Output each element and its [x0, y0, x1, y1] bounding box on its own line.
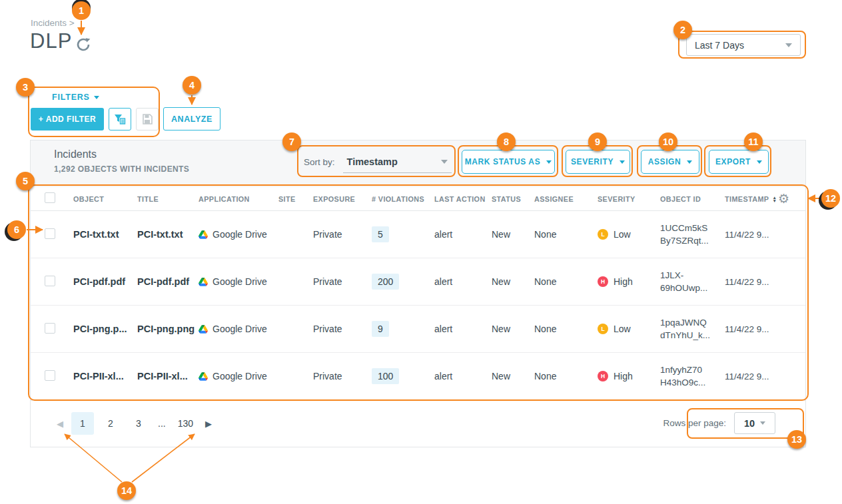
cell-status: New: [492, 276, 534, 287]
export-button[interactable]: EXPORT: [709, 150, 769, 174]
row-checkbox[interactable]: [45, 228, 55, 239]
callout-badge-4: 4: [183, 76, 201, 95]
chevron-down-icon: [94, 96, 99, 99]
assign-button[interactable]: ASSIGN: [641, 150, 699, 174]
severity-high-icon: H: [598, 371, 608, 381]
select-all-checkbox[interactable]: [45, 192, 55, 203]
table-row[interactable]: PCI-PII-xl... PCI-PII-xl... Google Drive…: [31, 353, 805, 400]
severity-low-icon: L: [598, 324, 608, 334]
cell-assignee: None: [534, 371, 598, 381]
severity-high-icon: H: [598, 276, 608, 287]
cell-title: PCI-txt.txt: [137, 229, 199, 240]
panel-title: Incidents: [54, 148, 97, 160]
cell-object[interactable]: PCI-txt.txt: [73, 229, 137, 240]
cell-application: Google Drive: [199, 276, 278, 287]
page-ellipsis: ...: [155, 418, 169, 429]
cell-status: New: [492, 229, 534, 240]
sort-by-select[interactable]: Timestamp: [343, 151, 452, 173]
analyze-button[interactable]: ANALYZE: [163, 107, 220, 130]
filter-list-button[interactable]: [109, 108, 131, 130]
pagination: ◀ 1 2 3 ... 130 ▶: [54, 412, 214, 435]
refresh-icon[interactable]: [75, 36, 92, 53]
violations-badge[interactable]: 100: [372, 368, 399, 384]
col-last-action: LAST ACTION: [434, 195, 492, 203]
col-object-id: OBJECT ID: [660, 195, 725, 203]
col-site: SITE: [278, 195, 313, 203]
row-checkbox[interactable]: [45, 276, 55, 286]
chevron-down-icon: [757, 160, 762, 164]
cell-timestamp: 11/4/22 9...: [725, 230, 778, 240]
filter-list-icon: [114, 114, 126, 125]
time-range-select[interactable]: Last 7 Days: [686, 34, 801, 56]
callout-badge-12: 12: [821, 189, 840, 208]
chevron-down-icon: [546, 160, 552, 164]
rows-per-page-label: Rows per page:: [663, 418, 726, 428]
violations-badge[interactable]: 9: [372, 321, 389, 337]
row-checkbox[interactable]: [45, 323, 55, 334]
cell-exposure: Private: [313, 229, 372, 240]
page-button-3[interactable]: 3: [127, 412, 150, 435]
cell-severity: H High: [598, 371, 660, 381]
cell-object-id: 1UCCm5kSBy7SZRqt...: [660, 222, 725, 247]
cell-title: PCI-pdf.pdf: [137, 276, 199, 287]
cell-status: New: [492, 324, 534, 334]
cell-exposure: Private: [313, 324, 372, 334]
cell-exposure: Private: [313, 371, 372, 381]
next-page-icon[interactable]: ▶: [203, 419, 214, 429]
col-exposure: EXPOSURE: [313, 195, 372, 203]
col-object: OBJECT: [73, 195, 137, 203]
callout-badge-1: 1: [72, 1, 91, 20]
panel-footer: ◀ 1 2 3 ... 130 ▶ Rows per page: 10: [31, 400, 805, 447]
cell-timestamp: 11/4/22 9...: [725, 372, 778, 381]
cell-application: Google Drive: [199, 371, 278, 381]
page-button-130[interactable]: 130: [174, 412, 197, 435]
table-row[interactable]: PCI-pdf.pdf PCI-pdf.pdf Google Drive Pri…: [31, 258, 805, 306]
cell-exposure: Private: [313, 276, 372, 287]
chevron-down-icon: [687, 160, 692, 164]
cell-last-action: alert: [434, 276, 492, 287]
page-button-2[interactable]: 2: [99, 412, 122, 435]
sort-arrows-icon: ▲▼: [772, 196, 777, 202]
time-range-value: Last 7 Days: [695, 40, 744, 51]
add-filter-button[interactable]: + ADD FILTER: [31, 108, 104, 130]
cell-timestamp: 11/4/22 9...: [725, 277, 778, 287]
cell-severity: L Low: [598, 324, 660, 334]
cell-last-action: alert: [434, 324, 492, 334]
cell-last-action: alert: [434, 371, 492, 381]
callout-badge-6: 6: [7, 220, 26, 239]
col-timestamp[interactable]: TIMESTAMP ▲▼: [725, 195, 778, 203]
cell-severity: L Low: [598, 229, 660, 240]
table-row[interactable]: PCI-png.p... PCI-png.png Google Drive Pr…: [31, 306, 805, 353]
violations-badge[interactable]: 200: [372, 274, 399, 290]
incident-count: 1,292 OBJECTS WITH INCIDENTS: [54, 164, 189, 174]
cell-assignee: None: [534, 324, 598, 334]
row-checkbox[interactable]: [45, 370, 55, 381]
violations-badge[interactable]: 5: [372, 226, 389, 242]
filters-toggle[interactable]: FILTERS: [52, 93, 99, 102]
google-drive-icon: [199, 372, 208, 381]
rows-per-page-select[interactable]: 10: [734, 412, 775, 434]
chevron-down-icon: [441, 160, 448, 164]
cell-application: Google Drive: [199, 229, 278, 240]
page-button-1[interactable]: 1: [71, 412, 94, 435]
table-row[interactable]: PCI-txt.txt PCI-txt.txt Google Drive Pri…: [31, 211, 805, 258]
cell-object[interactable]: PCI-pdf.pdf: [73, 276, 137, 287]
cell-object[interactable]: PCI-png.p...: [73, 324, 137, 334]
callout-badge-14: 14: [117, 481, 136, 500]
chevron-down-icon: [760, 421, 765, 425]
cell-severity: H High: [598, 276, 660, 287]
cell-timestamp: 11/4/22 9...: [725, 324, 778, 334]
mark-status-as-button[interactable]: MARK STATUS AS: [462, 150, 555, 174]
cell-last-action: alert: [434, 229, 492, 240]
cell-status: New: [492, 371, 534, 381]
prev-page-icon[interactable]: ◀: [54, 419, 66, 429]
breadcrumb[interactable]: Incidents >: [31, 18, 75, 28]
save-filter-button[interactable]: [136, 108, 159, 130]
severity-button[interactable]: SEVERITY: [566, 150, 630, 174]
cell-title: PCI-png.png: [137, 324, 199, 334]
table-header-row: OBJECT TITLE APPLICATION SITE EXPOSURE #…: [31, 187, 805, 211]
gear-icon[interactable]: ⚙: [778, 192, 805, 205]
chevron-down-icon: [620, 160, 625, 164]
cell-object[interactable]: PCI-PII-xl...: [73, 371, 137, 381]
cell-assignee: None: [534, 229, 598, 240]
